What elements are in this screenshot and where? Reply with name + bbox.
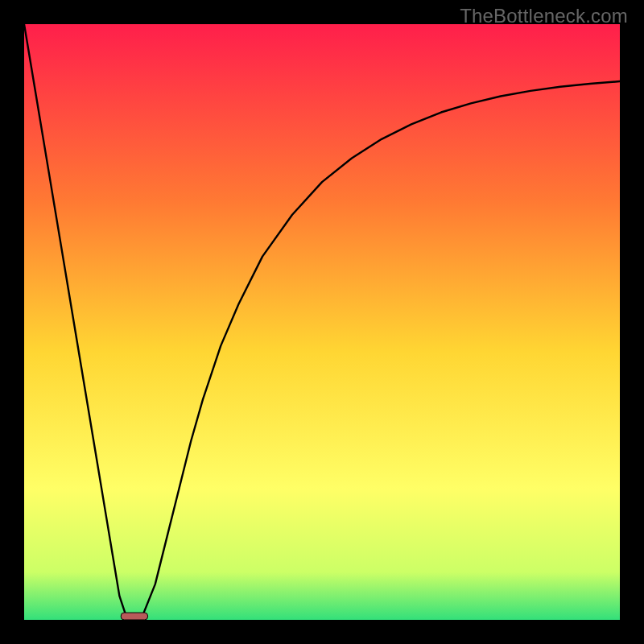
watermark-text: TheBottleneck.com [460, 5, 628, 27]
optimal-marker [121, 613, 147, 620]
plot-area [24, 24, 620, 620]
chart-container: { "watermark": "TheBottleneck.com", "col… [0, 0, 644, 644]
gradient-background [24, 24, 620, 620]
bottleneck-chart [24, 24, 620, 620]
